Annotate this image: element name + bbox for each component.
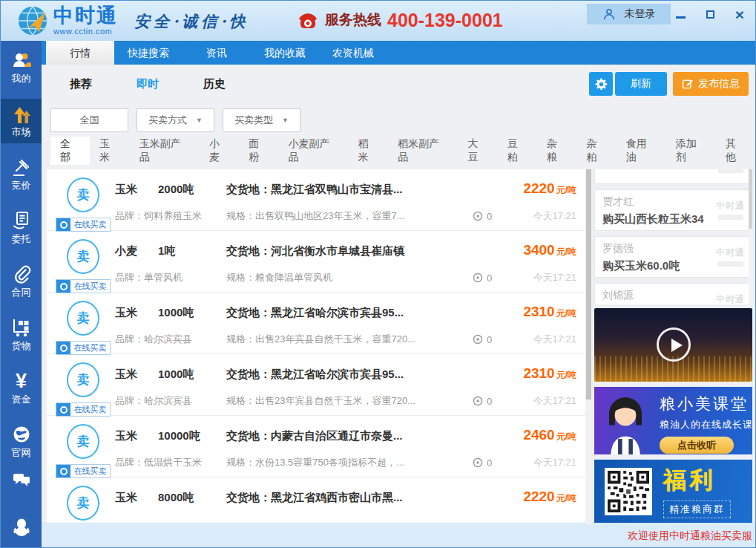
sidebar-item-cargo[interactable]: 货物 — [1, 313, 42, 357]
service-hotline: 服务热线 400-139-0001 — [296, 9, 503, 31]
category-misc-meal[interactable]: 杂粕 — [576, 137, 616, 165]
listing-views: 0 — [473, 334, 511, 345]
notice-card[interactable]: 贾才红 购买山西长粒玉米34 中时通 — [594, 189, 752, 231]
notice-watermark: 中时通 — [716, 247, 745, 267]
tab-quotes[interactable]: 行情 — [46, 41, 114, 65]
list-scrollbar-thumb[interactable] — [586, 169, 591, 399]
sidebar-qq-button[interactable] — [1, 513, 42, 541]
left-sidebar: 我的 市场 竞价 委托 — [1, 41, 42, 547]
sidebar-item-mine[interactable]: 我的 — [1, 45, 42, 90]
sidebar-item-delegate[interactable]: 委托 — [1, 206, 42, 250]
sidebar-item-bidding[interactable]: 竞价 — [1, 152, 42, 197]
listing-price: 2460 — [523, 427, 554, 443]
region-filter[interactable]: 全国 — [50, 108, 128, 132]
welcome-ticker: 欢迎使用中时通粮油买卖服 — [628, 529, 752, 543]
category-soybean[interactable]: 大豆 — [458, 137, 497, 165]
online-trade-badge: 在线买卖 — [56, 279, 111, 293]
gear-icon — [594, 77, 608, 91]
listing-row[interactable]: 卖 玉米 8000吨 交货地：黑龙江省鸡西市密山市黑... 2220 元/吨 — [47, 477, 585, 523]
refresh-button[interactable]: 刷新 — [615, 72, 667, 96]
course-banner[interactable]: 粮小美课堂 粮油人的在线成长课堂 点击收听 — [594, 387, 752, 454]
trade-mode-value: 买卖方式 — [148, 114, 187, 127]
trade-mode-filter[interactable]: 买卖方式 ▼ — [137, 108, 214, 132]
category-additive[interactable]: 添加剂 — [666, 137, 716, 165]
view-tab-recommend[interactable]: 推荐 — [70, 77, 92, 91]
category-soybean-meal[interactable]: 豆粕 — [498, 137, 537, 165]
listing-row[interactable]: 卖 在线买卖 玉米 1000吨 交货地：黑龙江省哈尔滨市宾县95... — [47, 354, 585, 416]
listing-price: 2310 — [523, 365, 554, 382]
trade-notice-feed: 卖出玉米60.0吨 中时通 贾才红 购买山西长粒玉米34 中时通 — [594, 169, 752, 304]
online-trade-badge: 在线买卖 — [56, 218, 111, 232]
sell-button[interactable]: 卖 — [67, 362, 99, 397]
listing-time: 今天17:21 — [511, 394, 576, 408]
chat-bubbles-icon — [12, 470, 31, 489]
tab-news[interactable]: 资讯 — [183, 41, 251, 65]
course-listen-button[interactable]: 点击收听 — [660, 437, 734, 454]
category-wheat-byproduct[interactable]: 小麦副产品 — [279, 137, 349, 165]
close-button[interactable]: × — [732, 6, 748, 22]
tab-quick-search[interactable]: 快捷搜索 — [114, 41, 183, 65]
maximize-button[interactable] — [702, 6, 718, 22]
listing-row[interactable]: 卖 在线买卖 玉米 1000吨 交货地：黑龙江省哈尔滨市宾县95... — [47, 293, 585, 354]
listing-quantity: 2000吨 — [158, 183, 226, 197]
yuan-icon: ¥ — [16, 371, 27, 391]
globe-icon — [12, 425, 31, 444]
listing-row[interactable]: 卖 在线买卖 小麦 1吨 交货地：河北省衡水市阜城县崔庙镇 3400 — [47, 231, 585, 293]
notice-scrollbar[interactable] — [749, 169, 752, 304]
category-wheat[interactable]: 小麦 — [200, 137, 239, 165]
listing-spec: 规格：粮食降温单管风机 — [226, 271, 473, 284]
settings-button[interactable] — [589, 72, 613, 96]
play-icon[interactable] — [657, 327, 691, 362]
sidebar-item-website[interactable]: 官网 — [1, 420, 42, 464]
view-tab-realtime[interactable]: 即时 — [137, 77, 159, 91]
category-edible-oil[interactable]: 食用油 — [617, 137, 666, 165]
sidebar-item-funds[interactable]: ¥ 资金 — [1, 366, 42, 411]
category-other[interactable]: 其他 — [716, 137, 755, 165]
listing-product: 小麦 — [115, 244, 158, 258]
trade-type-filter[interactable]: 买卖类型 ▼ — [223, 108, 300, 132]
content-area: 推荐 即时 历史 刷新 — [42, 65, 755, 523]
pencil-edit-icon — [682, 78, 694, 90]
notice-scrollbar-thumb[interactable] — [749, 169, 752, 229]
sell-button[interactable]: 卖 — [67, 177, 99, 212]
category-tabs: 全部 玉米 玉米副产品 小麦 面粉 小麦副产品 稻米 稻米副产品 大豆 豆粕 杂… — [42, 137, 755, 165]
sidebar-chat-button[interactable] — [1, 466, 42, 494]
trade-type-value: 买卖类型 — [234, 114, 273, 127]
girl-avatar — [599, 389, 652, 454]
sell-button[interactable]: 卖 — [67, 424, 99, 459]
view-tab-history[interactable]: 历史 — [203, 77, 226, 91]
category-flour[interactable]: 面粉 — [239, 137, 278, 165]
listing-spec: 规格：出售双鸭山地区23年玉米，容重7... — [226, 209, 473, 223]
maximize-icon — [706, 10, 714, 19]
sidebar-item-contract[interactable]: 合同 — [1, 259, 42, 304]
listing-quantity: 1000吨 — [158, 368, 226, 382]
category-corn[interactable]: 玉米 — [90, 137, 129, 165]
category-corn-byproduct[interactable]: 玉米副产品 — [130, 137, 200, 165]
listing-views: 0 — [473, 211, 511, 222]
category-rice[interactable]: 稻米 — [349, 137, 388, 165]
user-icon — [602, 7, 616, 21]
tab-agri-machinery[interactable]: 农资机械 — [319, 41, 387, 65]
category-misc-grain[interactable]: 杂粮 — [537, 137, 576, 165]
notice-card[interactable]: 卖出玉米60.0吨 中时通 — [594, 169, 752, 184]
sell-button[interactable]: 卖 — [67, 301, 99, 336]
tab-favorites[interactable]: 我的收藏 — [251, 41, 319, 65]
category-all[interactable]: 全部 — [50, 137, 90, 165]
sell-button[interactable]: 卖 — [67, 486, 99, 521]
publish-button[interactable]: 发布信息 — [673, 72, 749, 96]
login-status-chip[interactable]: 未登录 — [587, 4, 671, 25]
listing-row[interactable]: 卖 在线买卖 玉米 10000吨 交货地：内蒙古自治区通辽市奈曼... — [47, 416, 585, 477]
minimize-button[interactable] — [672, 6, 688, 22]
right-panel: 卖出玉米60.0吨 中时通 贾才红 购买山西长粒玉米34 中时通 — [594, 169, 752, 523]
listing-time: 今天17:21 — [511, 456, 576, 469]
notice-card[interactable]: 罗德强 购买玉米60.0吨 中时通 — [594, 236, 752, 278]
listing-row[interactable]: 卖 在线买卖 玉米 2000吨 交货地：黑龙江省双鸭山市宝清县... — [47, 169, 585, 231]
notice-card[interactable]: 刘锦源 购买稻米32.78吨 中时通 — [594, 283, 752, 304]
brand-name: 中时通 — [53, 6, 118, 26]
sell-button[interactable]: 卖 — [67, 239, 99, 274]
list-scrollbar[interactable] — [586, 169, 591, 523]
qr-welfare-banner[interactable]: 福利 精准粮商群 — [594, 460, 752, 523]
promo-video-thumbnail[interactable] — [594, 308, 752, 382]
sidebar-item-market[interactable]: 市场 — [1, 99, 42, 143]
category-rice-byproduct[interactable]: 稻米副产品 — [388, 137, 458, 165]
